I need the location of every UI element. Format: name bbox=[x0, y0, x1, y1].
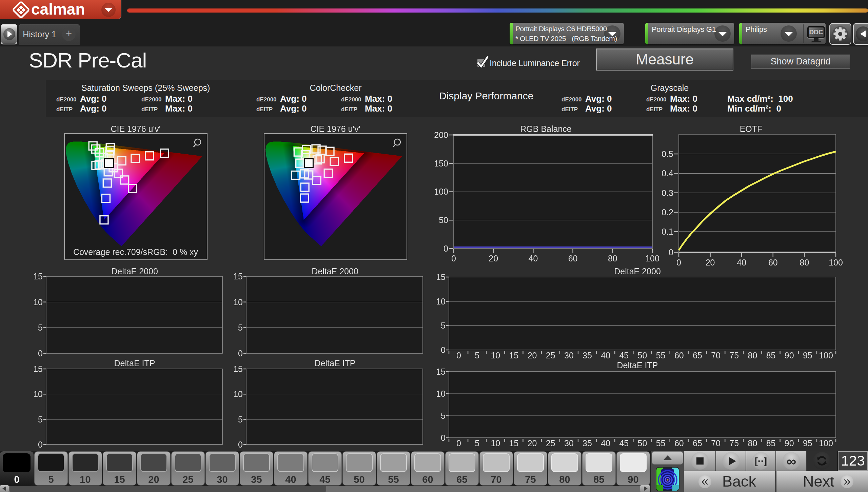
svg-text:95: 95 bbox=[803, 351, 812, 360]
svg-text:70: 70 bbox=[711, 438, 721, 448]
svg-text:50: 50 bbox=[439, 215, 448, 225]
svg-text:5: 5 bbox=[475, 351, 479, 360]
svg-text:40: 40 bbox=[737, 258, 746, 267]
svg-text:5: 5 bbox=[38, 323, 43, 332]
svg-text:80: 80 bbox=[748, 438, 757, 448]
svg-text:95: 95 bbox=[803, 438, 812, 448]
svg-text:80: 80 bbox=[800, 258, 809, 267]
svg-text:5: 5 bbox=[238, 415, 243, 424]
svg-text:15: 15 bbox=[33, 272, 43, 281]
svg-text:0: 0 bbox=[676, 258, 681, 267]
svg-text:15: 15 bbox=[233, 272, 243, 281]
svg-text:CIE 1976 u'v': CIE 1976 u'v' bbox=[111, 124, 160, 134]
svg-text:70: 70 bbox=[711, 351, 721, 360]
svg-text:10: 10 bbox=[491, 351, 500, 360]
svg-text:75: 75 bbox=[729, 438, 739, 448]
svg-text:0.1: 0.1 bbox=[662, 227, 673, 236]
svg-text:15: 15 bbox=[436, 367, 446, 376]
svg-text:DeltaE ITP: DeltaE ITP bbox=[617, 360, 658, 370]
svg-text:15: 15 bbox=[509, 438, 519, 448]
svg-text:DeltaE 2000: DeltaE 2000 bbox=[614, 267, 661, 276]
svg-text:60: 60 bbox=[568, 254, 578, 263]
svg-text:0: 0 bbox=[38, 440, 43, 449]
svg-text:15: 15 bbox=[509, 351, 519, 360]
svg-text:45: 45 bbox=[619, 438, 629, 448]
svg-text:150: 150 bbox=[434, 159, 448, 168]
svg-text:DeltaE 2000: DeltaE 2000 bbox=[111, 267, 158, 276]
svg-text:40: 40 bbox=[528, 254, 538, 263]
svg-text:50: 50 bbox=[638, 351, 647, 360]
svg-text:10: 10 bbox=[233, 389, 243, 399]
svg-text:10: 10 bbox=[33, 297, 43, 307]
svg-text:85: 85 bbox=[766, 351, 776, 360]
svg-text:100: 100 bbox=[434, 187, 448, 196]
svg-text:0.2: 0.2 bbox=[662, 208, 673, 217]
svg-text:5: 5 bbox=[441, 321, 446, 330]
svg-text:5: 5 bbox=[238, 323, 243, 332]
svg-text:55: 55 bbox=[656, 351, 666, 360]
svg-text:0: 0 bbox=[456, 438, 461, 448]
svg-text:10: 10 bbox=[491, 438, 500, 448]
svg-text:0.5: 0.5 bbox=[662, 149, 673, 159]
svg-text:5: 5 bbox=[38, 415, 43, 424]
svg-text:40: 40 bbox=[601, 438, 610, 448]
svg-text:10: 10 bbox=[33, 389, 43, 399]
svg-text:20: 20 bbox=[528, 438, 537, 448]
svg-text:0: 0 bbox=[443, 244, 448, 253]
svg-text:DeltaE 2000: DeltaE 2000 bbox=[312, 267, 358, 276]
svg-text:80: 80 bbox=[748, 351, 757, 360]
svg-text:90: 90 bbox=[785, 351, 794, 360]
svg-text:60: 60 bbox=[674, 351, 684, 360]
svg-text:0: 0 bbox=[441, 345, 446, 355]
svg-text:0: 0 bbox=[38, 349, 43, 358]
svg-text:20: 20 bbox=[489, 254, 498, 263]
svg-text:50: 50 bbox=[638, 438, 647, 448]
svg-text:10: 10 bbox=[436, 297, 446, 306]
svg-text:0: 0 bbox=[441, 433, 446, 442]
svg-text:15: 15 bbox=[233, 364, 243, 374]
svg-text:25: 25 bbox=[546, 438, 555, 448]
svg-text:15: 15 bbox=[33, 364, 43, 374]
svg-text:20: 20 bbox=[706, 258, 715, 267]
svg-text:35: 35 bbox=[583, 438, 592, 448]
svg-text:EOTF: EOTF bbox=[740, 124, 763, 134]
svg-text:100: 100 bbox=[829, 258, 843, 267]
svg-text:RGB Balance: RGB Balance bbox=[520, 124, 571, 134]
svg-text:30: 30 bbox=[564, 351, 574, 360]
svg-text:65: 65 bbox=[693, 438, 702, 448]
svg-text:45: 45 bbox=[619, 351, 629, 360]
svg-text:80: 80 bbox=[608, 254, 617, 263]
svg-text:DeltaE ITP: DeltaE ITP bbox=[315, 358, 356, 368]
svg-text:65: 65 bbox=[693, 351, 702, 360]
svg-text:40: 40 bbox=[601, 351, 610, 360]
svg-text:100: 100 bbox=[819, 438, 833, 448]
svg-text:200: 200 bbox=[434, 130, 448, 140]
svg-text:10: 10 bbox=[233, 297, 243, 307]
svg-text:5: 5 bbox=[475, 438, 479, 448]
svg-text:5: 5 bbox=[441, 411, 446, 420]
svg-text:CIE 1976 u'v': CIE 1976 u'v' bbox=[310, 124, 360, 134]
svg-text:30: 30 bbox=[564, 438, 574, 448]
svg-text:60: 60 bbox=[674, 438, 684, 448]
svg-text:Coverage rec.709/sRGB: 0 % xy: Coverage rec.709/sRGB: 0 % xy bbox=[73, 247, 198, 257]
svg-text:10: 10 bbox=[436, 389, 446, 398]
svg-text:90: 90 bbox=[785, 438, 794, 448]
svg-text:0.3: 0.3 bbox=[662, 188, 673, 198]
svg-text:20: 20 bbox=[528, 351, 537, 360]
svg-text:0.4: 0.4 bbox=[662, 169, 673, 178]
svg-text:75: 75 bbox=[729, 351, 739, 360]
svg-text:DeltaE ITP: DeltaE ITP bbox=[114, 358, 155, 368]
svg-text:35: 35 bbox=[583, 351, 592, 360]
svg-text:0: 0 bbox=[669, 248, 673, 257]
svg-text:0: 0 bbox=[238, 440, 243, 449]
svg-text:0: 0 bbox=[456, 351, 461, 360]
svg-text:0: 0 bbox=[238, 349, 243, 358]
svg-text:100: 100 bbox=[645, 254, 659, 263]
svg-text:100: 100 bbox=[819, 351, 833, 360]
svg-text:25: 25 bbox=[546, 351, 555, 360]
svg-text:15: 15 bbox=[436, 272, 446, 282]
svg-text:0: 0 bbox=[451, 254, 456, 263]
svg-text:60: 60 bbox=[768, 258, 778, 267]
svg-text:85: 85 bbox=[766, 438, 776, 448]
svg-text:55: 55 bbox=[656, 438, 666, 448]
